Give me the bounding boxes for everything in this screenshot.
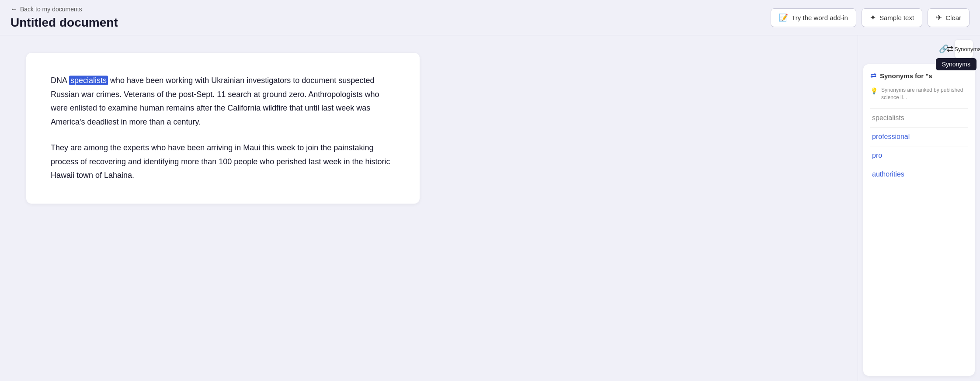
document-card: DNA specialists who have been working wi… xyxy=(26,53,420,204)
word-addin-label: Try the word add-in xyxy=(792,14,848,21)
tooltip-text: Synonyms xyxy=(942,61,970,68)
synonym-item[interactable]: professional xyxy=(870,127,968,146)
synonyms-list: specialistsprofessionalproauthorities xyxy=(870,108,968,184)
synonyms-tooltip: Synonyms xyxy=(936,58,977,70)
synonyms-panel: ⇄ Synonyms for "s 💡 Synonyms are ranked … xyxy=(863,64,975,376)
word-addin-button[interactable]: 📝 Try the word add-in xyxy=(771,8,856,27)
paragraph-2: They are among the experts who have been… xyxy=(51,141,395,183)
note-icon: 💡 xyxy=(870,87,878,96)
right-sidebar: 🔗 ⇄ Synonyms Synonyms ⇄ Synonyms for "s … xyxy=(858,35,980,381)
highlighted-word[interactable]: specialists xyxy=(69,76,108,85)
sample-text-button[interactable]: ✦ Sample text xyxy=(862,8,922,27)
clear-label: Clear xyxy=(945,14,961,21)
document-area: DNA specialists who have been working wi… xyxy=(0,35,858,381)
toolbar: 📝 Try the word add-in ✦ Sample text ✈ Cl… xyxy=(771,8,970,27)
top-bar-left: ← Back to my documents Untitled document xyxy=(10,5,118,30)
synonyms-icon-button[interactable]: ⇄ Synonyms xyxy=(955,40,973,58)
paragraph-1-start: DNA xyxy=(51,76,67,85)
clear-icon: ✈ xyxy=(936,13,942,22)
synonyms-header: ⇄ Synonyms for "s xyxy=(870,71,968,80)
top-bar: ← Back to my documents Untitled document… xyxy=(0,0,980,35)
note-text: Synonyms are ranked by published science… xyxy=(881,87,968,101)
clear-button[interactable]: ✈ Clear xyxy=(928,8,970,27)
synonyms-tab-icon: ⇄ xyxy=(947,44,953,54)
synonym-item[interactable]: specialists xyxy=(870,108,968,127)
back-arrow-icon: ← xyxy=(10,5,17,13)
document-title: Untitled document xyxy=(10,16,118,30)
synonyms-note: 💡 Synonyms are ranked by published scien… xyxy=(870,87,968,101)
sample-text-label: Sample text xyxy=(879,14,914,21)
star-icon: ✦ xyxy=(870,13,876,22)
word-icon: 📝 xyxy=(779,13,788,22)
paragraph-1: DNA specialists who have been working wi… xyxy=(51,74,395,129)
main-layout: DNA specialists who have been working wi… xyxy=(0,35,980,381)
synonyms-tab-label: Synonyms xyxy=(954,46,980,52)
back-link[interactable]: ← Back to my documents xyxy=(10,5,118,13)
synonym-item[interactable]: pro xyxy=(870,146,968,165)
synonym-item[interactable]: authorities xyxy=(870,165,968,184)
synonyms-header-icon: ⇄ xyxy=(870,71,876,80)
back-link-label: Back to my documents xyxy=(20,6,82,13)
synonyms-title: Synonyms for "s xyxy=(880,72,932,80)
